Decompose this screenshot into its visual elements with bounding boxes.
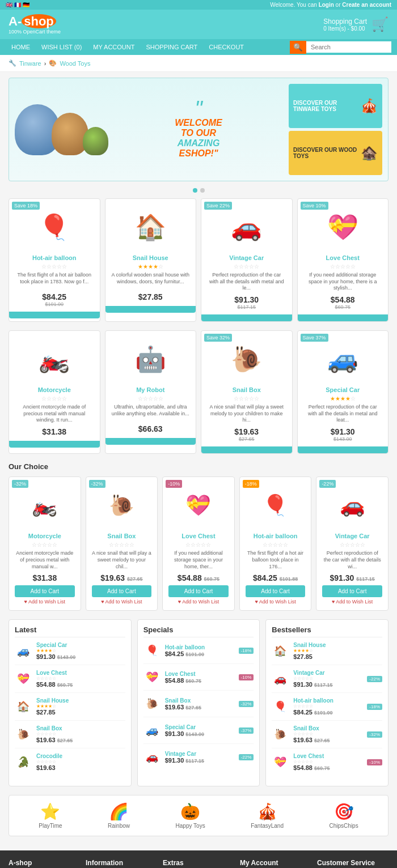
search-input[interactable]: [306, 41, 391, 53]
choice-add-cart-snailbox[interactable]: Add to Cart: [92, 585, 152, 597]
hero-toys: [15, 104, 108, 155]
dot-1[interactable]: [193, 188, 197, 193]
logo: A-shop 100% OpenCart theme: [9, 14, 61, 35]
product-name-snail-box[interactable]: Snail Box: [207, 386, 286, 393]
bestsellers-stars-snailbox: ☆☆☆☆☆: [293, 731, 362, 737]
breadcrumb-tinware[interactable]: Tinware: [19, 60, 41, 67]
choice-wishlist-vintagecar[interactable]: ♥ Add to Wish List: [322, 599, 382, 605]
bestsellers-badge-balloon: -18%: [367, 704, 382, 710]
bestsellers-img-lovechest: 💝: [272, 754, 289, 771]
specials-name-snailbox[interactable]: Snail Box: [165, 697, 234, 704]
choice-add-cart-moto[interactable]: Add to Cart: [15, 585, 75, 597]
breadcrumb-wood[interactable]: Wood Toys: [60, 60, 90, 67]
card-bottom-balloon: [9, 312, 100, 318]
choice-name-vintagecar[interactable]: Vintage Car: [322, 533, 382, 539]
dot-2[interactable]: [200, 188, 205, 193]
hero-text: " WELCOMETO OURAMAZINGeSHOP!": [114, 100, 283, 158]
choice-wishlist-lovechest[interactable]: ♥ Add to Wish List: [168, 599, 229, 605]
latest-name-snailbox[interactable]: Snail Box: [36, 725, 125, 731]
nav-cart[interactable]: SHOPPING CART: [140, 39, 203, 55]
choice-add-cart-vintagecar[interactable]: Add to Cart: [322, 585, 382, 597]
choice-balloon-icon: 🎈: [263, 493, 288, 517]
product-motorcycle: 🏍️ Motorcycle ☆☆☆☆☆ Ancient motorcycle m…: [9, 330, 100, 454]
top-link-welcome[interactable]: Welcome. You can Login or Create an acco…: [270, 2, 391, 8]
footer-service-title: Customer Service: [317, 859, 388, 867]
latest-price-lovechest: $54.88 $60.75: [36, 681, 125, 688]
product-name-motorcycle[interactable]: Motorcycle: [15, 386, 94, 393]
product-stars-balloon: ☆☆☆☆☆: [15, 263, 94, 270]
bestsellers-name-snailbox[interactable]: Snail Box: [293, 725, 362, 731]
latest-name-lovechest[interactable]: Love Chest: [36, 670, 125, 676]
specials-item-balloon: 🎈 Hot-air balloon $84.25 $101.00 -18%: [143, 642, 254, 664]
latest-name-snailhouse[interactable]: Snail House: [36, 697, 125, 704]
choice-price-balloon: $84.25 $101.88: [246, 573, 306, 582]
choice-motorcycle: -32% 🏍️ Motorcycle ☆☆☆☆☆ Ancient motorcy…: [9, 476, 81, 611]
product-name-balloon[interactable]: Hot-air balloon: [15, 254, 94, 261]
specials-name-specialcar[interactable]: Special Car: [165, 724, 234, 730]
choice-img-balloon: 🎈: [246, 483, 306, 528]
product-name-vintage-car[interactable]: Vintage Car: [207, 254, 286, 261]
product-desc-motorcycle: Ancient motorcycle made of precious meta…: [15, 404, 94, 424]
choice-name-balloon[interactable]: Hot-air balloon: [246, 533, 306, 539]
side-banner-tinware: DISCOVER OUR TINWARE TOYS 🎪: [289, 84, 382, 128]
choice-wishlist-snailbox[interactable]: ♥ Add to Wish List: [92, 599, 152, 605]
breadcrumb-icon-tinware: 🔧: [9, 59, 16, 67]
bestsellers-name-balloon[interactable]: Hot-air balloon: [293, 697, 362, 704]
specials-price-vintagecar: $91.30 $117.15: [165, 757, 234, 764]
nav-account[interactable]: MY ACCOUNT: [87, 39, 140, 55]
choice-name-moto[interactable]: Motorcycle: [15, 533, 75, 539]
product-name-love-chest[interactable]: Love Chest: [303, 254, 383, 261]
bestsellers-name-snailhouse[interactable]: Snail House: [293, 642, 382, 648]
latest-name-crocodile[interactable]: Crocodile: [36, 753, 125, 759]
bestsellers-name-vintagecar[interactable]: Vintage Car: [293, 670, 362, 676]
card-bottom-special-car: [298, 446, 388, 453]
product-name-special-car[interactable]: Special Car: [303, 386, 383, 393]
nav-home[interactable]: HOME: [6, 39, 36, 55]
choice-snail-box: -32% 🐌 Snail Box ☆☆☆☆☆ A nice snail that…: [86, 476, 158, 611]
brand-fantasyland[interactable]: 🎪 FantasyLand: [251, 802, 284, 829]
choice-img-lovechest: 💝: [168, 483, 229, 528]
choice-badge-balloon: -18%: [243, 480, 259, 488]
specials-badge-lovechest: -10%: [239, 674, 254, 680]
nav-wishlist[interactable]: WISH LIST (0): [36, 39, 87, 55]
specials-price-lovechest: $54.88 $60.75: [165, 677, 234, 684]
choice-wishlist-moto[interactable]: ♥ Add to Wish List: [15, 599, 75, 605]
product-old-price-vintage-car: $117.15: [207, 304, 286, 310]
choice-add-cart-balloon[interactable]: Add to Cart: [246, 585, 306, 597]
specials-name-balloon[interactable]: Hot-air balloon: [165, 644, 234, 650]
bestsellers-img-snailhouse: 🏠: [272, 643, 289, 659]
product-name-robot[interactable]: My Robot: [111, 386, 191, 393]
product-stars-robot: ☆☆☆☆☆: [111, 395, 191, 402]
bestsellers-item-balloon: 🎈 Hot-air balloon ☆☆☆☆☆ $84.25 $101.00 -…: [272, 697, 382, 721]
specials-price-balloon: $84.25 $101.00: [165, 650, 234, 657]
bestsellers-img-snailbox: 🐌: [272, 726, 289, 743]
choice-name-lovechest[interactable]: Love Chest: [168, 533, 229, 539]
bestsellers-name-lovechest[interactable]: Love Chest: [293, 753, 362, 759]
latest-name-specialcar[interactable]: Special Car: [36, 642, 125, 648]
brand-playtime[interactable]: ⭐ PlayTime: [39, 802, 62, 829]
choice-vintagecar-icon: 🚗: [340, 493, 365, 517]
footer-col-service: Customer Service Contact Us Where we are…: [317, 859, 388, 868]
footer-col-extras: Extras Brands Gift Vouchers Affiliates S…: [163, 859, 234, 868]
choice-name-snailbox[interactable]: Snail Box: [92, 533, 152, 539]
specials-name-vintagecar[interactable]: Vintage Car: [165, 751, 234, 757]
product-desc-snail-box: A nice snail that will play a sweet melo…: [207, 404, 286, 424]
footer-info-title: Information: [86, 859, 157, 867]
brand-rainbow[interactable]: 🌈 Rainbow: [108, 802, 130, 829]
product-name-snail-house[interactable]: Snail House: [111, 254, 191, 261]
choice-price-lovechest: $54.88 $60.75: [168, 573, 229, 582]
nav-checkout[interactable]: CHECKOUT: [203, 39, 250, 55]
balloon-icon: 🎈: [39, 212, 70, 242]
brand-chipschips[interactable]: 🎯 ChipsChips: [330, 802, 358, 829]
specials-name-lovechest[interactable]: Love Chest: [165, 671, 234, 677]
choice-hot-air-balloon: -18% 🎈 Hot-air balloon ☆☆☆☆☆ The first f…: [239, 476, 312, 611]
choice-wishlist-balloon[interactable]: ♥ Add to Wish List: [246, 599, 306, 605]
search-button[interactable]: 🔍: [290, 41, 306, 54]
latest-stars-specialcar: ★★★★☆: [36, 648, 125, 653]
choice-add-cart-lovechest[interactable]: Add to Cart: [168, 585, 229, 597]
side-banners: DISCOVER OUR TINWARE TOYS 🎪 DISCOVER OUR…: [289, 84, 382, 175]
brand-happytoys[interactable]: 🎃 Happy Toys: [176, 802, 205, 829]
cart-label: Shopping Cart 0 Item(s) - $0.00: [323, 18, 367, 32]
cart-icon[interactable]: 🛒: [371, 16, 388, 32]
bestsellers-info-lovechest: Love Chest ☆☆☆☆☆ $54.88 $60.75: [293, 753, 362, 771]
